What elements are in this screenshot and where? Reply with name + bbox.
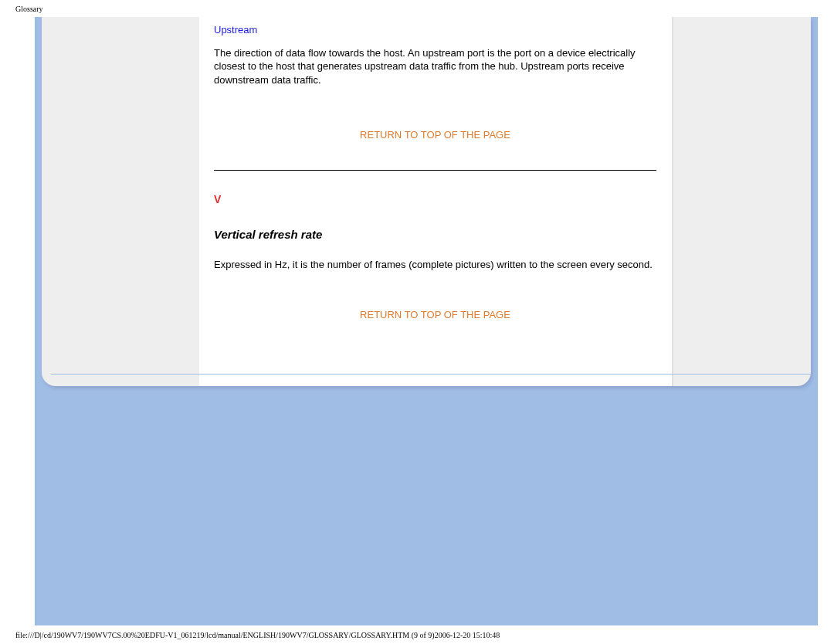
grey-panel: Upstream The direction of data flow towa… [42,17,811,386]
upstream-label: Upstream [214,23,656,37]
divider [214,170,656,171]
content-pane: Upstream The direction of data flow towa… [199,17,673,386]
panel-divider-line [51,374,811,375]
content-inner: Upstream The direction of data flow towa… [199,23,672,322]
term-definition: Expressed in Hz, it is the number of fra… [214,258,656,272]
page-background: Upstream The direction of data flow towa… [35,17,818,625]
upstream-definition: The direction of data flow towards the h… [214,46,656,87]
page-header-small: Glossary [15,5,43,13]
term-title: Vertical refresh rate [214,227,656,242]
return-to-top-link[interactable]: RETURN TO TOP OF THE PAGE [214,128,656,142]
return-to-top-link[interactable]: RETURN TO TOP OF THE PAGE [214,308,656,322]
footer-path: file:///D|/cd/190WV7/190WV7CS.00%20EDFU-… [15,631,500,639]
section-letter-v: V [214,192,656,207]
